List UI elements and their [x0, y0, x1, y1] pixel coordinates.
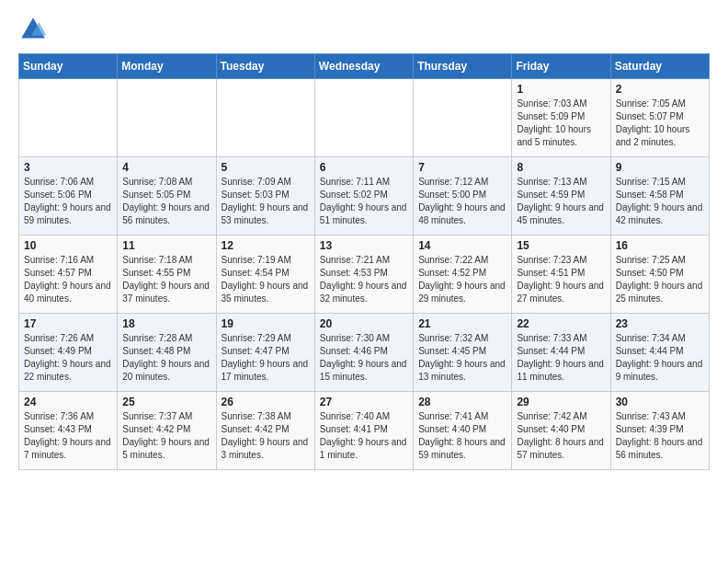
- calendar-day-cell: 13Sunrise: 7:21 AM Sunset: 4:53 PM Dayli…: [314, 236, 413, 314]
- calendar-day-cell: 11Sunrise: 7:18 AM Sunset: 4:55 PM Dayli…: [118, 236, 216, 314]
- day-number: 5: [222, 161, 310, 174]
- day-info: Sunrise: 7:21 AM Sunset: 4:53 PM Dayligh…: [320, 254, 408, 305]
- day-info: Sunrise: 7:32 AM Sunset: 4:45 PM Dayligh…: [418, 332, 506, 384]
- calendar-day-cell: 21Sunrise: 7:32 AM Sunset: 4:45 PM Dayli…: [414, 314, 512, 392]
- day-number: 6: [320, 161, 408, 174]
- calendar-day-cell: 29Sunrise: 7:42 AM Sunset: 4:40 PM Dayli…: [512, 392, 610, 470]
- calendar-week-row: 3Sunrise: 7:06 AM Sunset: 5:06 PM Daylig…: [19, 157, 710, 236]
- calendar-day-cell: 1Sunrise: 7:03 AM Sunset: 5:09 PM Daylig…: [512, 79, 610, 157]
- day-number: 28: [418, 396, 506, 408]
- day-of-week-header: Tuesday: [216, 54, 314, 79]
- day-info: Sunrise: 7:22 AM Sunset: 4:52 PM Dayligh…: [418, 254, 506, 305]
- day-info: Sunrise: 7:25 AM Sunset: 4:50 PM Dayligh…: [616, 254, 704, 305]
- calendar-week-row: 10Sunrise: 7:16 AM Sunset: 4:57 PM Dayli…: [19, 236, 710, 314]
- calendar-day-cell: 27Sunrise: 7:40 AM Sunset: 4:41 PM Dayli…: [314, 392, 413, 470]
- day-info: Sunrise: 7:40 AM Sunset: 4:41 PM Dayligh…: [320, 410, 408, 462]
- day-info: Sunrise: 7:37 AM Sunset: 4:42 PM Dayligh…: [122, 410, 210, 462]
- day-info: Sunrise: 7:06 AM Sunset: 5:06 PM Dayligh…: [24, 176, 112, 227]
- day-number: 3: [24, 161, 112, 174]
- calendar-day-cell: [414, 79, 512, 157]
- day-number: 30: [616, 396, 704, 408]
- day-of-week-header: Monday: [118, 54, 216, 79]
- day-of-week-header: Friday: [512, 54, 610, 79]
- calendar-day-cell: 15Sunrise: 7:23 AM Sunset: 4:51 PM Dayli…: [512, 236, 610, 314]
- calendar-day-cell: 16Sunrise: 7:25 AM Sunset: 4:50 PM Dayli…: [610, 236, 709, 314]
- calendar: SundayMondayTuesdayWednesdayThursdayFrid…: [18, 53, 710, 470]
- day-number: 4: [122, 161, 210, 174]
- day-number: 12: [222, 239, 310, 252]
- calendar-day-cell: 7Sunrise: 7:12 AM Sunset: 5:00 PM Daylig…: [414, 157, 512, 236]
- header: [18, 15, 710, 44]
- day-info: Sunrise: 7:36 AM Sunset: 4:43 PM Dayligh…: [24, 410, 112, 462]
- calendar-body: 1Sunrise: 7:03 AM Sunset: 5:09 PM Daylig…: [19, 79, 710, 470]
- calendar-day-cell: 6Sunrise: 7:11 AM Sunset: 5:02 PM Daylig…: [314, 157, 413, 236]
- calendar-day-cell: [216, 79, 314, 157]
- day-info: Sunrise: 7:38 AM Sunset: 4:42 PM Dayligh…: [222, 410, 310, 462]
- day-info: Sunrise: 7:15 AM Sunset: 4:58 PM Dayligh…: [616, 176, 704, 227]
- day-number: 20: [320, 317, 408, 330]
- day-info: Sunrise: 7:16 AM Sunset: 4:57 PM Dayligh…: [24, 254, 112, 305]
- day-info: Sunrise: 7:18 AM Sunset: 4:55 PM Dayligh…: [122, 254, 210, 305]
- day-info: Sunrise: 7:34 AM Sunset: 4:44 PM Dayligh…: [616, 332, 704, 384]
- day-info: Sunrise: 7:11 AM Sunset: 5:02 PM Dayligh…: [320, 176, 408, 227]
- calendar-week-row: 1Sunrise: 7:03 AM Sunset: 5:09 PM Daylig…: [19, 79, 710, 157]
- calendar-week-row: 24Sunrise: 7:36 AM Sunset: 4:43 PM Dayli…: [19, 392, 710, 470]
- day-of-week-header: Saturday: [610, 54, 709, 79]
- calendar-day-cell: 19Sunrise: 7:29 AM Sunset: 4:47 PM Dayli…: [216, 314, 314, 392]
- day-number: 13: [320, 239, 408, 252]
- day-of-week-header: Thursday: [414, 54, 512, 79]
- calendar-day-cell: [19, 79, 118, 157]
- day-info: Sunrise: 7:41 AM Sunset: 4:40 PM Dayligh…: [418, 410, 506, 462]
- calendar-header: SundayMondayTuesdayWednesdayThursdayFrid…: [19, 54, 710, 79]
- day-number: 29: [517, 396, 605, 408]
- day-number: 18: [122, 317, 210, 330]
- day-info: Sunrise: 7:09 AM Sunset: 5:03 PM Dayligh…: [222, 176, 310, 227]
- day-info: Sunrise: 7:28 AM Sunset: 4:48 PM Dayligh…: [122, 332, 210, 384]
- calendar-day-cell: 5Sunrise: 7:09 AM Sunset: 5:03 PM Daylig…: [216, 157, 314, 236]
- day-info: Sunrise: 7:26 AM Sunset: 4:49 PM Dayligh…: [24, 332, 112, 384]
- day-number: 10: [24, 239, 112, 252]
- day-number: 9: [616, 161, 704, 174]
- calendar-day-cell: [118, 79, 216, 157]
- calendar-day-cell: [314, 79, 413, 157]
- day-info: Sunrise: 7:29 AM Sunset: 4:47 PM Dayligh…: [222, 332, 310, 384]
- day-number: 7: [418, 161, 506, 174]
- day-number: 2: [616, 83, 704, 96]
- day-number: 15: [517, 239, 605, 252]
- day-number: 1: [517, 83, 605, 96]
- day-info: Sunrise: 7:23 AM Sunset: 4:51 PM Dayligh…: [517, 254, 605, 305]
- day-number: 24: [24, 396, 112, 408]
- day-info: Sunrise: 7:08 AM Sunset: 5:05 PM Dayligh…: [122, 176, 210, 227]
- day-info: Sunrise: 7:42 AM Sunset: 4:40 PM Dayligh…: [517, 410, 605, 462]
- calendar-day-cell: 30Sunrise: 7:43 AM Sunset: 4:39 PM Dayli…: [610, 392, 709, 470]
- day-number: 14: [418, 239, 506, 252]
- calendar-day-cell: 18Sunrise: 7:28 AM Sunset: 4:48 PM Dayli…: [118, 314, 216, 392]
- day-number: 26: [222, 396, 310, 408]
- calendar-week-row: 17Sunrise: 7:26 AM Sunset: 4:49 PM Dayli…: [19, 314, 710, 392]
- calendar-day-cell: 25Sunrise: 7:37 AM Sunset: 4:42 PM Dayli…: [118, 392, 216, 470]
- day-number: 21: [418, 317, 506, 330]
- day-info: Sunrise: 7:13 AM Sunset: 4:59 PM Dayligh…: [517, 176, 605, 227]
- logo-icon: [18, 15, 48, 44]
- day-info: Sunrise: 7:33 AM Sunset: 4:44 PM Dayligh…: [517, 332, 605, 384]
- day-number: 8: [517, 161, 605, 174]
- calendar-day-cell: 8Sunrise: 7:13 AM Sunset: 4:59 PM Daylig…: [512, 157, 610, 236]
- calendar-day-cell: 17Sunrise: 7:26 AM Sunset: 4:49 PM Dayli…: [19, 314, 118, 392]
- day-number: 19: [222, 317, 310, 330]
- day-number: 17: [24, 317, 112, 330]
- day-number: 11: [122, 239, 210, 252]
- calendar-day-cell: 10Sunrise: 7:16 AM Sunset: 4:57 PM Dayli…: [19, 236, 118, 314]
- day-info: Sunrise: 7:43 AM Sunset: 4:39 PM Dayligh…: [616, 410, 704, 462]
- calendar-day-cell: 26Sunrise: 7:38 AM Sunset: 4:42 PM Dayli…: [216, 392, 314, 470]
- calendar-day-cell: 28Sunrise: 7:41 AM Sunset: 4:40 PM Dayli…: [414, 392, 512, 470]
- day-number: 27: [320, 396, 408, 408]
- day-info: Sunrise: 7:03 AM Sunset: 5:09 PM Dayligh…: [517, 98, 605, 149]
- day-number: 23: [616, 317, 704, 330]
- calendar-day-cell: 4Sunrise: 7:08 AM Sunset: 5:05 PM Daylig…: [118, 157, 216, 236]
- day-number: 16: [616, 239, 704, 252]
- calendar-day-cell: 9Sunrise: 7:15 AM Sunset: 4:58 PM Daylig…: [610, 157, 709, 236]
- day-info: Sunrise: 7:12 AM Sunset: 5:00 PM Dayligh…: [418, 176, 506, 227]
- days-of-week-row: SundayMondayTuesdayWednesdayThursdayFrid…: [19, 54, 710, 79]
- calendar-day-cell: 22Sunrise: 7:33 AM Sunset: 4:44 PM Dayli…: [512, 314, 610, 392]
- calendar-day-cell: 14Sunrise: 7:22 AM Sunset: 4:52 PM Dayli…: [414, 236, 512, 314]
